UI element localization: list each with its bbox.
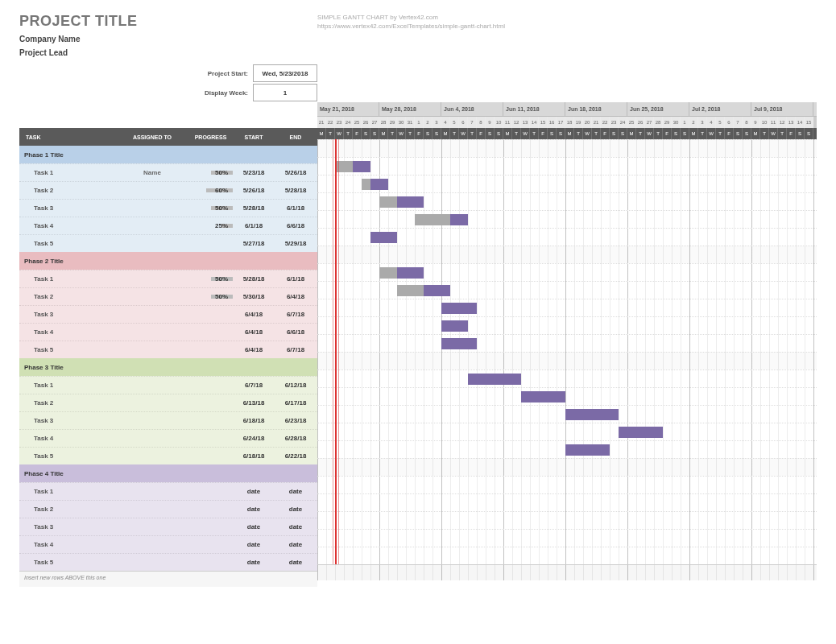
task-name: Task 2 (19, 506, 116, 513)
timeline-row (317, 529, 817, 547)
task-name: Task 2 (19, 293, 116, 300)
task-progress: 50% (188, 275, 233, 283)
gantt-bar[interactable] (397, 267, 424, 279)
task-row[interactable]: Task 16/7/186/12/18 (19, 376, 317, 394)
timeline-row (317, 192, 817, 210)
task-start: 6/13/18 (233, 399, 275, 407)
task-name: Task 4 (19, 222, 116, 229)
timeline-row (317, 440, 817, 458)
gantt-bar[interactable] (468, 374, 521, 385)
gantt-bar[interactable] (397, 196, 424, 208)
task-start: 6/7/18 (233, 382, 275, 389)
timeline-row (317, 423, 817, 440)
task-row[interactable]: Task 350%5/28/186/1/18 (19, 199, 317, 217)
task-end: 6/6/18 (275, 328, 317, 336)
task-row[interactable]: Task 150%5/28/186/1/18 (19, 270, 317, 287)
task-name: Task 3 (19, 523, 116, 530)
gantt-bar-remaining[interactable] (379, 196, 397, 208)
task-row[interactable]: Task 36/4/186/7/18 (19, 305, 317, 323)
footer-note: Insert new rows ABOVE this one (19, 571, 317, 587)
task-name: Task 5 (19, 346, 116, 353)
task-start: 5/26/18 (233, 187, 275, 194)
timeline-row (317, 316, 817, 334)
timeline-row (317, 476, 817, 493)
task-end: date (275, 506, 317, 513)
task-end: 5/26/18 (275, 169, 317, 176)
task-row[interactable]: Task 425%6/1/186/6/18 (19, 217, 317, 234)
phase-header: Phase 4 Title (19, 464, 317, 482)
col-assigned: ASSIGNED TO (116, 134, 188, 140)
gantt-bar[interactable] (370, 179, 388, 190)
gantt-bar[interactable] (441, 303, 477, 314)
task-start: 5/28/18 (233, 204, 275, 212)
task-row[interactable]: Task 55/27/185/29/18 (19, 234, 317, 252)
task-name: Task 4 (19, 435, 116, 442)
timeline-row (317, 511, 817, 529)
task-progress: 50% (188, 293, 233, 300)
task-row[interactable]: Task 250%5/30/186/4/18 (19, 287, 317, 305)
col-start: START (233, 134, 275, 140)
task-row[interactable]: Task 5datedate (19, 553, 317, 571)
task-end: date (275, 541, 317, 548)
day-header: 2122232425262728293031123456789101112131… (317, 117, 817, 128)
week-header: May 21, 2018May 28, 2018Jun 4, 2018Jun 1… (317, 102, 817, 117)
gantt-bar[interactable] (565, 409, 619, 420)
task-row[interactable]: Task 36/18/186/23/18 (19, 411, 317, 429)
gantt-bar-remaining[interactable] (362, 179, 370, 190)
timeline-row (317, 281, 817, 299)
timeline-row (317, 299, 817, 316)
task-start: 5/23/18 (233, 169, 275, 176)
task-start: date (233, 541, 275, 548)
task-row[interactable]: Task 1Name50%5/23/185/26/18 (19, 163, 317, 181)
project-lead: Project Lead (19, 48, 317, 57)
task-row[interactable]: Task 2datedate (19, 500, 317, 518)
gantt-bar[interactable] (565, 444, 610, 456)
task-row[interactable]: Task 56/18/186/22/18 (19, 447, 317, 464)
task-end: 5/29/18 (275, 240, 317, 247)
task-row[interactable]: Task 46/24/186/28/18 (19, 429, 317, 447)
gantt-bar-remaining[interactable] (379, 267, 397, 279)
company-name: Company Name (19, 35, 317, 43)
week-label: Jun 25, 2018 (627, 102, 689, 116)
task-end: 6/6/18 (275, 222, 317, 229)
credit-line-1: SIMPLE GANTT CHART by Vertex42.com (317, 13, 817, 22)
task-name: Task 3 (19, 204, 116, 212)
task-start: 6/4/18 (233, 328, 275, 336)
gantt-bar-remaining[interactable] (397, 285, 424, 296)
timeline-row (317, 210, 817, 228)
gantt-bar[interactable] (353, 161, 370, 172)
week-label: Jul 9, 2018 (751, 102, 813, 116)
gantt-bar-remaining[interactable] (415, 214, 450, 225)
week-label: May 28, 2018 (379, 102, 441, 116)
gantt-bar[interactable] (450, 214, 468, 225)
task-progress: 50% (188, 169, 233, 176)
gantt-bar[interactable] (619, 427, 663, 438)
task-row[interactable]: Task 26/13/186/17/18 (19, 394, 317, 411)
task-start: 5/28/18 (233, 275, 275, 283)
task-end: 6/22/18 (275, 452, 317, 460)
task-progress: 25% (188, 222, 233, 229)
task-row[interactable]: Task 56/4/186/7/18 (19, 341, 317, 358)
display-week-input[interactable]: 1 (253, 84, 317, 101)
project-title: PROJECT TITLE (19, 13, 317, 30)
project-start-input[interactable]: Wed, 5/23/2018 (253, 64, 317, 82)
gantt-bar[interactable] (370, 232, 397, 243)
task-row[interactable]: Task 46/4/186/6/18 (19, 323, 317, 341)
task-row[interactable]: Task 1datedate (19, 482, 317, 500)
task-row[interactable]: Task 4datedate (19, 535, 317, 553)
task-start: 6/24/18 (233, 435, 275, 442)
task-end: 5/28/18 (275, 187, 317, 194)
task-name: Task 5 (19, 559, 116, 566)
gantt-bar[interactable] (441, 320, 468, 332)
timeline-row (317, 369, 817, 387)
task-row[interactable]: Task 260%5/26/185/28/18 (19, 181, 317, 199)
task-row[interactable]: Task 3datedate (19, 518, 317, 535)
week-label: Jun 18, 2018 (565, 102, 627, 116)
gantt-bar[interactable] (424, 285, 450, 296)
gantt-bar[interactable] (441, 338, 477, 349)
phase-header: Phase 3 Title (19, 358, 317, 376)
col-progress: PROGRESS (188, 134, 233, 140)
table-header: TASK ASSIGNED TO PROGRESS START END (19, 128, 317, 146)
task-start: 6/18/18 (233, 417, 275, 424)
gantt-bar[interactable] (521, 391, 565, 402)
